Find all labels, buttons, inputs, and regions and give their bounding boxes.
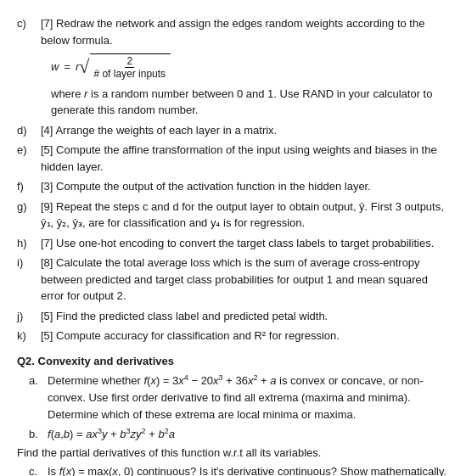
text-j: Find the predicted class label and predi… — [56, 310, 328, 322]
label-i: i) — [17, 255, 41, 305]
item-k: k) [5] Compute accuracy for classificati… — [17, 328, 449, 344]
item-f: f) [3] Compute the output of the activat… — [17, 178, 449, 195]
q2-content-a: Determine whether f(x) = 3x4 − 20x3 + 36… — [48, 372, 449, 423]
content-k: [5] Compute accuracy for classification … — [41, 328, 449, 344]
formula-w: w — [51, 59, 59, 76]
label-h: h) — [17, 235, 41, 252]
frac-den: # of layer inputs — [92, 68, 167, 80]
formula-eq: = — [64, 59, 70, 76]
content-h: [7] Use one-hot encoding to convert the … — [41, 235, 449, 252]
q2-content-b: f(a,b) = ax3y + b3zy2 + b2a — [48, 426, 449, 443]
item-e: e) [5] Compute the affine transformation… — [17, 142, 449, 175]
text-d: Arrange the weights of each layer in a m… — [55, 124, 277, 137]
q2-label-a: a. — [29, 372, 48, 423]
bracket-c: [7] — [41, 17, 53, 30]
frac-num: 2 — [125, 55, 134, 68]
fraction: 2 # of layer inputs — [92, 55, 167, 81]
q2-header: Q2. Convexity and derivatives — [17, 353, 449, 370]
q2-label-b: b. — [29, 426, 48, 443]
content-e: [5] Compute the affine transformation of… — [41, 142, 449, 175]
item-d: d) [4] Arrange the weights of each layer… — [17, 122, 449, 139]
where-text: where r is a random number between 0 and… — [51, 86, 449, 119]
radical-symbol: √ — [79, 58, 89, 76]
content-f: [3] Compute the output of the activation… — [41, 178, 449, 195]
q2-item-a: a. Determine whether f(x) = 3x4 − 20x3 +… — [29, 372, 449, 423]
content-g: [9] Repeat the steps c and d for the out… — [41, 199, 449, 232]
bracket-f: [3] — [41, 180, 53, 193]
bracket-d: [4] — [41, 124, 53, 137]
q2-section: Q2. Convexity and derivatives a. Determi… — [17, 353, 449, 476]
item-g: g) [9] Repeat the steps c and d for the … — [17, 199, 449, 232]
label-f: f) — [17, 178, 41, 195]
formula-block: w = r √ 2 # of layer inputs — [51, 53, 449, 81]
text-e: Compute the affine transformation of the… — [41, 143, 437, 173]
q2-item-c: c. Is f(x) = max(x, 0) continuous? Is it… — [29, 463, 449, 476]
label-e: e) — [17, 142, 41, 175]
item-i: i) [8] Calculate the total average loss … — [17, 255, 449, 305]
label-d: d) — [17, 122, 41, 139]
label-j: j) — [17, 308, 41, 325]
text-h: Use one-hot encoding to convert the targ… — [56, 237, 434, 249]
radical-content: 2 # of layer inputs — [90, 53, 171, 81]
label-k: k) — [17, 328, 41, 344]
item-j: j) [5] Find the predicted class label an… — [17, 308, 449, 325]
label-c: c) — [17, 15, 41, 48]
radical-wrap: √ 2 # of layer inputs — [79, 53, 171, 81]
text-i: Calculate the total average loss which i… — [41, 256, 428, 302]
q2-label-c: c. — [29, 463, 48, 476]
bracket-e: [5] — [41, 143, 53, 156]
item-c: c) [7] Redraw the network and assign the… — [17, 15, 449, 48]
q2-b-prefix: Find the partial derivatives of this fun… — [17, 445, 449, 462]
label-g: g) — [17, 199, 41, 232]
content-j: [5] Find the predicted class label and p… — [41, 308, 449, 325]
text-f: Compute the output of the activation fun… — [56, 180, 371, 193]
content-c: [7] Redraw the network and assign the ed… — [41, 15, 449, 48]
text-k: Compute accuracy for classification and … — [56, 329, 340, 342]
item-h: h) [7] Use one-hot encoding to convert t… — [17, 235, 449, 252]
bracket-g: [9] — [41, 200, 53, 213]
content-d: [4] Arrange the weights of each layer in… — [41, 122, 449, 139]
content-i: [8] Calculate the total average loss whi… — [41, 255, 449, 305]
q2-item-b: b. f(a,b) = ax3y + b3zy2 + b2a — [29, 426, 449, 443]
text-g: Repeat the steps c and d for the output … — [41, 200, 444, 230]
bracket-k: [5] — [41, 329, 53, 342]
bracket-i: [8] — [41, 256, 53, 269]
q2-content-c: Is f(x) = max(x, 0) continuous? Is it's … — [48, 463, 449, 476]
bracket-h: [7] — [41, 237, 53, 249]
bracket-j: [5] — [41, 310, 53, 322]
text-c: Redraw the network and assign the edges … — [41, 17, 424, 47]
